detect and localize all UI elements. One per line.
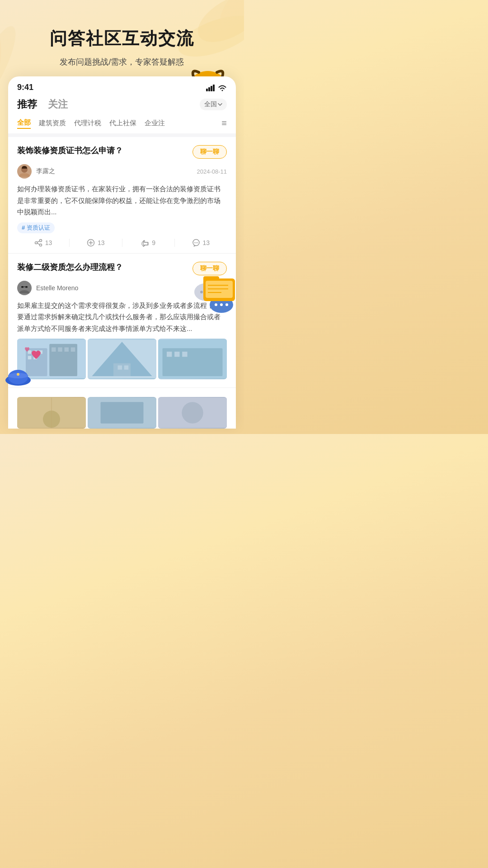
svg-rect-17 [206, 89, 208, 91]
post-tag[interactable]: # 资质认证 [17, 222, 55, 233]
extra-image-1 [17, 397, 86, 429]
svg-rect-47 [58, 347, 62, 352]
extra-image-2 [88, 397, 156, 429]
signal-icon [206, 84, 215, 91]
post-meta: 李露之 2024-08-11 [17, 164, 227, 179]
svg-rect-49 [71, 347, 75, 352]
post-content: 如何办理装修资质证书，在家装行业，拥有一张合法的装修资质证书是非常重要的，它不仅… [17, 183, 227, 218]
svg-rect-58 [174, 352, 179, 357]
cat-tab-tax[interactable]: 代理计税 [74, 118, 101, 128]
post-meta-2: Estelle Moreno 2024-10-12 [17, 281, 227, 295]
region-selector[interactable]: 全国 [200, 99, 227, 110]
phone-mockup: 9:41 推荐 关注 全国 [8, 76, 236, 429]
tab-follow[interactable]: 关注 [48, 98, 68, 111]
post-images [17, 339, 227, 379]
add-action[interactable]: 13 [70, 239, 122, 247]
comment-icon [192, 239, 200, 247]
share-action[interactable]: 13 [17, 239, 69, 247]
tag-hash: # [22, 224, 25, 231]
like-icon [141, 239, 149, 247]
like-action[interactable]: 9 [122, 239, 174, 247]
cat-tab-enterprise[interactable]: 企业注 [145, 118, 165, 128]
post-image-2 [88, 339, 156, 379]
tab-header: 推荐 关注 全国 [8, 95, 236, 116]
cat-tab-social[interactable]: 代上社保 [109, 118, 136, 128]
svg-rect-42 [33, 350, 37, 354]
svg-line-26 [37, 243, 40, 245]
svg-point-24 [39, 244, 42, 246]
svg-point-31 [194, 242, 195, 243]
post-image-3 [158, 339, 227, 379]
comment-action[interactable]: 13 [175, 239, 227, 247]
svg-rect-18 [208, 87, 210, 91]
post-content-2: 如果雇主提交的这个需求变得很复杂，涉及到多业务或者多流程，需要通过需求拆解来确定… [17, 300, 227, 335]
svg-point-66 [182, 402, 203, 424]
post-title-2: 装修二级资质怎么办理流程？ [17, 262, 187, 273]
wifi-icon [218, 84, 227, 91]
tag-label: 资质认证 [27, 224, 50, 232]
svg-rect-35 [21, 286, 23, 288]
author-name-2: Estelle Moreno [36, 284, 78, 292]
svg-rect-57 [167, 352, 172, 357]
svg-rect-46 [52, 347, 56, 352]
svg-rect-45 [33, 356, 37, 359]
svg-line-25 [37, 241, 40, 242]
status-time: 9:41 [17, 83, 33, 92]
post-actions: 13 13 9 [17, 239, 227, 247]
cat-more-icon[interactable]: ≡ [221, 118, 227, 128]
chat-button[interactable]: 聊一聊 [192, 145, 227, 159]
author-name: 李露之 [36, 167, 55, 175]
svg-rect-44 [28, 356, 32, 359]
share-icon [34, 239, 42, 247]
svg-rect-48 [65, 347, 69, 352]
add-icon [87, 239, 95, 247]
svg-rect-53 [118, 365, 122, 370]
chevron-down-icon [218, 103, 222, 106]
chat-button-2[interactable]: 聊一聊 [192, 262, 227, 275]
post-title: 装饰装修资质证书怎么申请？ [17, 145, 187, 156]
svg-rect-64 [101, 402, 144, 424]
svg-point-22 [39, 239, 42, 241]
share-count: 13 [45, 239, 52, 246]
post-date-2: 2024-10-12 [197, 284, 227, 291]
svg-rect-19 [211, 86, 212, 91]
svg-point-33 [197, 242, 198, 243]
svg-rect-36 [25, 286, 28, 288]
post-date: 2024-08-11 [197, 168, 227, 175]
svg-point-23 [35, 241, 37, 244]
status-icons [206, 84, 227, 91]
cat-tab-all[interactable]: 全部 [17, 118, 31, 129]
cat-tab-construction[interactable]: 建筑资质 [39, 118, 66, 128]
extra-image-3 [158, 397, 227, 429]
svg-rect-20 [213, 85, 215, 91]
post-image-1 [17, 339, 86, 379]
like-count: 9 [152, 239, 155, 246]
post-card-extra [8, 388, 236, 429]
status-bar: 9:41 [8, 76, 236, 95]
svg-rect-41 [28, 350, 32, 354]
svg-rect-54 [124, 365, 129, 370]
post-card-2: 装修二级资质怎么办理流程？ 聊一聊 Estelle Moreno 2024-10… [8, 254, 236, 388]
app-title: 问答社区互动交流 [14, 27, 230, 50]
post-header: 装饰装修资质证书怎么申请？ 聊一聊 [17, 145, 227, 159]
post-card: 装饰装修资质证书怎么申请？ 聊一聊 李露之 2024-08-11 如何办理装修资… [8, 137, 236, 254]
avatar-2 [17, 281, 32, 295]
svg-rect-43 [39, 350, 42, 354]
svg-point-32 [196, 242, 197, 243]
comment-count: 13 [203, 239, 210, 246]
category-tabs: 全部 建筑资质 代理计税 代上社保 企业注 ≡ [8, 116, 236, 133]
post-header-2: 装修二级资质怎么办理流程？ 聊一聊 [17, 262, 227, 275]
svg-rect-59 [182, 352, 187, 357]
tab-recommend[interactable]: 推荐 [17, 98, 37, 111]
extra-images [17, 397, 227, 429]
region-label: 全国 [204, 100, 217, 108]
section-divider [8, 133, 236, 137]
add-count: 13 [98, 239, 105, 246]
avatar [17, 164, 32, 179]
